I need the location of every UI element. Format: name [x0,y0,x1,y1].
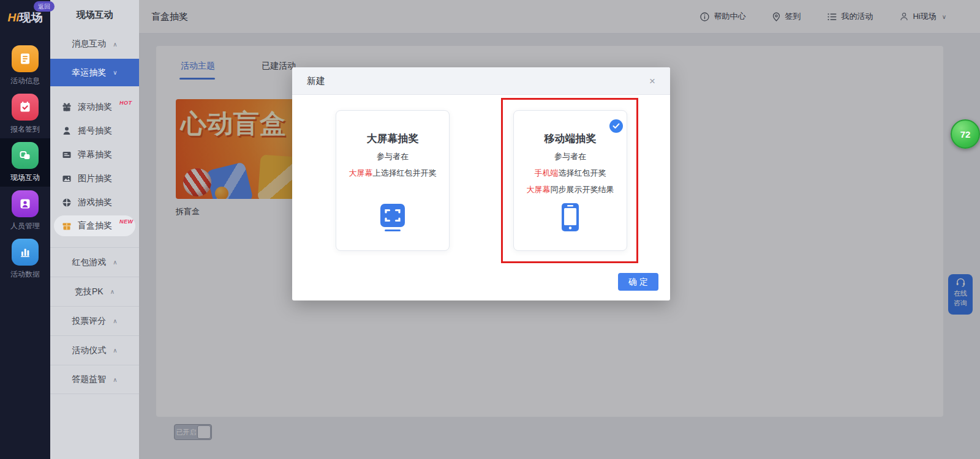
selected-check-icon [609,119,623,133]
option-big-screen-draw[interactable]: 大屏幕抽奖 参与者在 大屏幕上选择红包并开奖 [336,110,450,251]
plain-text: 选择红包开奖 [559,168,606,177]
close-icon[interactable]: × [649,76,655,86]
submenu-item-danmaku-draw[interactable]: 弹幕抽奖 [50,143,139,166]
highlight-text: 手机端 [535,168,559,177]
highlight-text: 大屏幕 [349,168,373,177]
option-desc-line1: 参与者在 [336,151,449,162]
chevron-down-icon: ∨ [113,69,117,76]
floating-count-badge[interactable]: 72 [951,119,980,149]
menu-group-quiz[interactable]: 答题益智 ∧ [50,365,139,394]
plain-text: 同步展示开奖结果 [551,185,614,194]
submenu-item-number-draw[interactable]: 摇号抽奖 [50,119,139,143]
chevron-up-icon: ∧ [113,318,117,324]
app-logo: Hi现场 [0,10,50,26]
submenu-item-game-draw[interactable]: 游戏抽奖 [50,190,139,214]
menu-group-red-packet[interactable]: 红包游戏 ∧ [50,247,139,277]
primary-sidebar: Hi现场 活动信息 报名签到 现场互动 人员管理 [0,0,50,459]
chevron-up-icon: ∧ [113,41,117,48]
menu-group-label: 投票评分 [72,316,106,327]
modal-header: 新建 × [292,67,670,95]
submenu-item-label: 图片抽奖 [78,173,112,184]
submenu-item-label: 摇号抽奖 [78,125,112,136]
submenu-item-label: 游戏抽奖 [78,197,112,208]
game-wheel-icon [61,198,72,207]
option-desc-line1: 参与者在 [514,151,627,162]
lucky-draw-submenu: 滚动抽奖 HOT 摇号抽奖 弹幕抽奖 图片抽奖 游戏抽奖 [50,86,139,247]
menu-title: 现场互动 [50,0,139,29]
submenu-item-rolling-draw[interactable]: 滚动抽奖 HOT [50,95,139,119]
new-activity-modal: 新建 × 大屏幕抽奖 参与者在 大屏幕上选择红包并开奖 移动端抽奖 参与者在 手… [292,67,670,300]
image-icon [61,174,72,184]
sidebar-item-activity-info[interactable]: 活动信息 [0,42,50,90]
chevron-up-icon: ∧ [113,376,117,383]
menu-group-message-interaction[interactable]: 消息互动 ∧ [50,29,139,59]
modal-title: 新建 [307,75,325,87]
menu-group-label: 答题益智 [72,374,106,385]
chevron-up-icon: ∧ [113,347,117,354]
sidebar-item-label: 现场互动 [10,173,40,183]
submenu-item-label: 弹幕抽奖 [78,149,112,160]
interaction-icon [12,142,39,169]
document-icon [12,45,39,72]
person-badge-icon [12,190,39,217]
danmaku-icon [61,150,72,160]
option-title: 大屏幕抽奖 [336,132,449,146]
menu-group-pk[interactable]: 竞技PK ∧ [50,277,139,306]
hot-tag: HOT [119,100,132,106]
logo-hi-text: Hi [8,11,20,24]
back-button[interactable]: 返回 [34,1,55,12]
confirm-button[interactable]: 确 定 [618,273,658,291]
sidebar-item-label: 活动信息 [10,76,40,86]
option-desc-line2: 大屏幕上选择红包并开奖 [336,168,449,179]
menu-group-vote[interactable]: 投票评分 ∧ [50,306,139,335]
sidebar-item-label: 报名签到 [10,124,40,135]
gift-icon [61,102,72,112]
blind-box-icon [61,221,72,231]
option-mobile-draw[interactable]: 移动端抽奖 参与者在 手机端选择红包开奖 大屏幕同步展示开奖结果 [513,110,627,251]
menu-group-lucky-draw[interactable]: 幸运抽奖 ∨ [50,59,139,86]
highlight-text: 大屏幕 [527,185,551,194]
sidebar-item-label: 人员管理 [10,221,40,231]
sidebar-item-label: 活动数据 [10,269,40,280]
sidebar-item-personnel[interactable]: 人员管理 [0,187,50,235]
chevron-up-icon: ∧ [113,259,117,266]
plain-text: 上选择红包并开奖 [373,168,437,177]
primary-nav: 活动信息 报名签到 现场互动 人员管理 活动数据 [0,42,50,283]
submenu-item-blind-box-draw[interactable]: 盲盒抽奖 NEW [54,215,135,236]
option-desc-line3: 大屏幕同步展示开奖结果 [514,184,627,195]
submenu-item-label: 盲盒抽奖 [78,220,112,231]
menu-group-label: 竞技PK [75,286,104,297]
logo-rest-text: 现场 [20,11,43,24]
sidebar-item-signup-checkin[interactable]: 报名签到 [0,90,50,138]
chevron-up-icon: ∧ [110,288,115,295]
option-desc-line2: 手机端选择红包开奖 [514,168,627,179]
option-title: 移动端抽奖 [514,132,627,146]
bar-chart-icon [12,239,39,266]
big-screen-icon [380,204,405,234]
menu-group-ceremony[interactable]: 活动仪式 ∧ [50,335,139,365]
secondary-sidebar: 现场互动 消息互动 ∧ 幸运抽奖 ∨ 滚动抽奖 HOT 摇号抽奖 弹幕抽奖 [50,0,139,459]
submenu-item-label: 滚动抽奖 [78,102,112,113]
menu-group-label: 活动仪式 [72,345,106,356]
sidebar-item-live-interaction[interactable]: 现场互动 [0,138,50,187]
menu-collapsed-groups: 红包游戏 ∧ 竞技PK ∧ 投票评分 ∧ 活动仪式 ∧ 答题益智 ∧ [50,247,139,394]
new-tag: NEW [119,218,134,225]
sidebar-item-activity-data[interactable]: 活动数据 [0,235,50,283]
menu-group-label: 红包游戏 [72,257,106,268]
menu-group-label: 幸运抽奖 [72,67,106,78]
mobile-phone-icon [560,203,580,234]
person-icon [61,126,72,136]
calendar-check-icon [12,94,39,121]
submenu-item-photo-draw[interactable]: 图片抽奖 [50,166,139,190]
menu-group-label: 消息互动 [72,39,106,50]
